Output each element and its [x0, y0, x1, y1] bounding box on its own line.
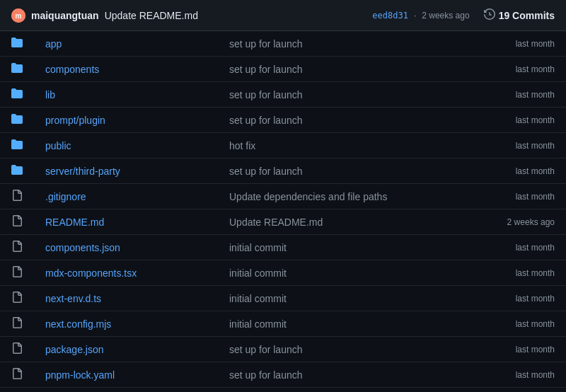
folder-icon [0, 82, 34, 108]
table-row: README.mdUpdate README.md2 weeks ago [0, 209, 566, 235]
file-name[interactable]: components.json [45, 242, 120, 253]
file-commit-message: set up for launch [218, 158, 468, 184]
table-row: server/third-partyset up for launchlast … [0, 158, 566, 184]
file-icon [0, 286, 34, 311]
file-date: last month [468, 235, 566, 260]
file-date: last month [468, 158, 566, 184]
file-name[interactable]: package.json [45, 344, 104, 355]
file-name[interactable]: lib [45, 89, 55, 100]
commit-author[interactable]: maiquangtuan [31, 10, 99, 21]
file-commit-message: set up for launch [218, 108, 468, 133]
file-commit-message: set up for launch [218, 57, 468, 82]
folder-icon [0, 158, 34, 184]
file-name[interactable]: .gitignore [45, 191, 86, 202]
file-name[interactable]: app [45, 38, 62, 50]
file-commit-message: hot fix [218, 133, 468, 158]
file-name[interactable]: public [45, 140, 71, 151]
table-row: package.jsonset up for launchlast month [0, 337, 566, 362]
commit-time: 2 weeks ago [422, 11, 469, 21]
file-icon [0, 337, 34, 362]
svg-text:m: m [16, 12, 22, 20]
file-name[interactable]: server/third-party [45, 166, 120, 177]
file-commit-message: initial commit [218, 286, 468, 311]
file-commit-message: set up for launch [218, 31, 468, 57]
file-date: last month [468, 82, 566, 108]
file-name[interactable]: prompt/plugin [45, 115, 105, 126]
table-row: appset up for launchlast month [0, 31, 566, 57]
file-date: last month [468, 108, 566, 133]
history-icon [484, 8, 495, 22]
file-date: last month [468, 337, 566, 362]
avatar: m [11, 8, 25, 23]
file-date: 2 weeks ago [468, 209, 566, 235]
commit-message: Update README.md [105, 10, 198, 21]
folder-icon [0, 108, 34, 133]
commits-count-label: 19 Commits [499, 10, 555, 21]
file-date: last month [468, 260, 566, 286]
file-commit-message: initial commit [218, 260, 468, 286]
file-name[interactable]: pnpm-lock.yaml [45, 369, 115, 381]
table-row: .gitignoreUpdate dependencies and file p… [0, 184, 566, 209]
folder-icon [0, 133, 34, 158]
file-date: last month [468, 286, 566, 311]
folder-icon [0, 57, 34, 82]
commit-bar: m maiquangtuan Update README.md eed8d31 … [0, 0, 566, 31]
table-row: componentsset up for launchlast month [0, 57, 566, 82]
file-name[interactable]: next-env.d.ts [45, 293, 101, 304]
file-name[interactable]: README.md [45, 217, 104, 228]
file-date: last month [468, 133, 566, 158]
file-icon [0, 235, 34, 260]
table-row: next.config.mjsinitial commitlast month [0, 311, 566, 337]
table-row: libset up for launchlast month [0, 82, 566, 108]
file-commit-message: set up for launch [218, 362, 468, 388]
file-icon [0, 260, 34, 286]
table-row: components.jsoninitial commitlast month [0, 235, 566, 260]
file-commit-message: Update README.md [218, 209, 468, 235]
commits-count-button[interactable]: 19 Commits [484, 8, 555, 22]
file-date: last month [468, 362, 566, 388]
file-date: last month [468, 311, 566, 337]
folder-icon [0, 31, 34, 57]
commit-hash[interactable]: eed8d31 [372, 11, 408, 21]
file-name[interactable]: components [45, 64, 99, 75]
file-date: last month [468, 184, 566, 209]
table-row: mdx-components.tsxinitial commitlast mon… [0, 260, 566, 286]
file-commit-message: set up for launch [218, 82, 468, 108]
file-list: appset up for launchlast month component… [0, 31, 566, 388]
table-row: prompt/pluginset up for launchlast month [0, 108, 566, 133]
file-name[interactable]: next.config.mjs [45, 318, 111, 330]
file-icon [0, 362, 34, 388]
file-date: last month [468, 31, 566, 57]
file-commit-message: initial commit [218, 311, 468, 337]
commit-separator: · [414, 11, 416, 21]
table-row: publichot fixlast month [0, 133, 566, 158]
file-icon [0, 311, 34, 337]
table-row: next-env.d.tsinitial commitlast month [0, 286, 566, 311]
file-name[interactable]: mdx-components.tsx [45, 267, 137, 279]
file-commit-message: set up for launch [218, 337, 468, 362]
file-date: last month [468, 57, 566, 82]
file-commit-message: initial commit [218, 235, 468, 260]
file-icon [0, 209, 34, 235]
file-commit-message: Update dependencies and file paths [218, 184, 468, 209]
table-row: pnpm-lock.yamlset up for launchlast mont… [0, 362, 566, 388]
file-icon [0, 184, 34, 209]
